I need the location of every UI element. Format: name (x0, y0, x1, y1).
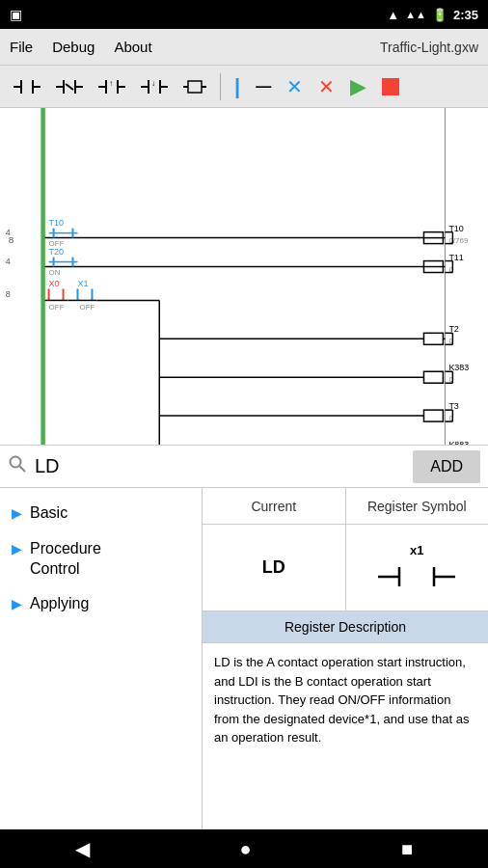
status-bar-right: ▲ ▲▲ 🔋 2:35 (387, 8, 478, 22)
contact-symbol: x1 (378, 543, 455, 592)
vertical-line-btn[interactable]: | (229, 70, 246, 103)
svg-text:X0: X0 (49, 279, 60, 288)
signal-icon: ▲▲ (405, 9, 426, 20)
current-instruction-value: LD (262, 557, 285, 578)
separator-1 (220, 73, 221, 100)
negative-transition-btn[interactable]: ↓ (135, 72, 174, 101)
menu-about[interactable]: About (114, 39, 151, 55)
menu-file[interactable]: File (10, 39, 33, 55)
symbol-row: LD x1 (203, 525, 488, 611)
svg-rect-20 (188, 81, 202, 93)
current-header: Current (203, 488, 346, 524)
delete-coil-btn[interactable]: ✕ (312, 71, 340, 102)
current-instruction-cell: LD (203, 525, 346, 610)
register-symbol-header: Register Symbol (346, 488, 489, 524)
chevron-right-icon: ▶ (12, 505, 22, 521)
svg-text:8: 8 (6, 289, 11, 299)
status-bar: ▣ ▲ ▲▲ 🔋 2:35 (0, 0, 488, 29)
svg-rect-88 (423, 410, 443, 421)
sidebar-item-basic[interactable]: ▶ Basic (0, 496, 202, 531)
battery-icon: 🔋 (432, 8, 447, 22)
sidebar-procedure-label: ProcedureControl (30, 539, 101, 580)
recent-apps-button[interactable]: ■ (401, 838, 413, 860)
svg-line-8 (66, 84, 73, 90)
chevron-right-icon-2: ▶ (12, 541, 22, 556)
stop-btn[interactable] (376, 74, 405, 99)
window-title: Traffic-Light.gxw (380, 40, 478, 55)
home-button[interactable]: ● (239, 838, 251, 860)
sidebar-item-procedure-control[interactable]: ▶ ProcedureControl (0, 531, 202, 587)
play-btn[interactable]: ▶ (344, 70, 372, 103)
wifi-icon: ▲ (387, 8, 399, 22)
add-button[interactable]: ADD (413, 450, 480, 483)
positive-transition-btn[interactable]: ↑ (93, 72, 131, 101)
sidebar-basic-label: Basic (30, 503, 68, 524)
svg-text:K883: K883 (448, 440, 469, 445)
svg-text:T10: T10 (49, 218, 64, 228)
horizontal-line-btn[interactable]: — (250, 74, 277, 99)
svg-text:↑: ↑ (109, 79, 113, 88)
menu-debug[interactable]: Debug (52, 39, 95, 55)
description-header: Register Description (203, 611, 488, 643)
svg-text:ON: ON (49, 268, 61, 277)
chevron-right-icon-3: ▶ (12, 596, 22, 611)
svg-text:4: 4 (6, 228, 11, 237)
coil-btn[interactable] (177, 72, 212, 101)
sidebar-applying-label: Applying (30, 594, 89, 614)
bottom-navigation: ◀ ● ■ (0, 829, 488, 868)
search-icon (8, 454, 27, 478)
svg-text:↓: ↓ (151, 79, 155, 88)
status-bar-left: ▣ (10, 7, 22, 22)
sidebar-item-applying[interactable]: ▶ Applying (0, 586, 202, 622)
svg-text:T20: T20 (49, 247, 64, 257)
menu-bar: File Debug About Traffic-Light.gxw (0, 29, 488, 66)
search-bar: ADD (0, 446, 488, 488)
toolbar: ↑ ↓ | — ✕ ✕ ▶ (0, 66, 488, 108)
symbol-label: x1 (410, 543, 423, 557)
normally-closed-contact-btn[interactable] (50, 72, 89, 101)
svg-rect-75 (423, 333, 443, 344)
svg-text:OFF: OFF (49, 303, 65, 312)
back-button[interactable]: ◀ (75, 837, 90, 860)
ladder-diagram[interactable]: 8 20 4 T10 OFF T10 0/769 4 T20 ON T11 0 (0, 108, 488, 446)
delete-contact-btn[interactable]: ✕ (281, 71, 309, 102)
svg-point-122 (11, 457, 21, 468)
app-icon: ▣ (10, 7, 22, 22)
svg-text:X1: X1 (77, 279, 88, 288)
register-symbol-cell: x1 (346, 525, 489, 610)
search-input[interactable] (35, 455, 405, 477)
svg-text:OFF: OFF (79, 303, 95, 312)
normally-open-contact-btn[interactable] (8, 72, 46, 101)
description-body: LD is the A contact operation start inst… (203, 643, 488, 757)
instruction-sidebar: ▶ Basic ▶ ProcedureControl ▶ Applying (0, 488, 203, 829)
svg-rect-82 (423, 371, 443, 383)
svg-text:4: 4 (6, 257, 11, 266)
time-display: 2:35 (453, 8, 478, 22)
bottom-panel: ▶ Basic ▶ ProcedureControl ▶ Applying Cu… (0, 488, 488, 829)
stop-icon (382, 78, 399, 95)
right-panel-header: Current Register Symbol (203, 488, 488, 525)
instruction-detail-panel: Current Register Symbol LD x1 (203, 488, 488, 829)
svg-line-123 (19, 466, 25, 472)
